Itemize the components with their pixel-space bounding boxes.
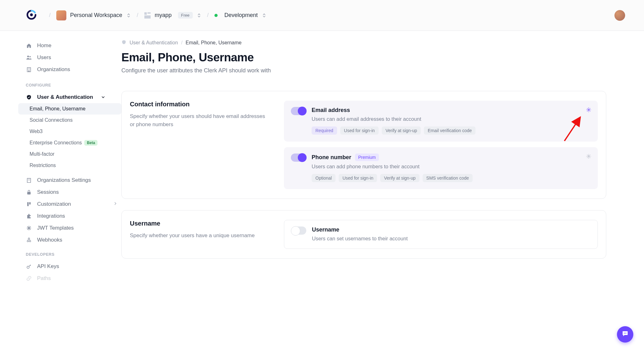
svg-point-14: [624, 333, 625, 333]
sidebar-item-paths[interactable]: Paths: [23, 272, 121, 284]
shield-icon: [121, 40, 126, 46]
sidebar-item-label: Users: [37, 54, 51, 61]
phone-toggle[interactable]: [291, 154, 306, 162]
sidebar-item-user-auth[interactable]: User & Authentication: [23, 91, 121, 103]
chip: SMS verification code: [423, 174, 473, 182]
svg-point-15: [625, 333, 625, 333]
sidebar-item-jwt[interactable]: JWT Templates: [23, 222, 121, 234]
sidebar-sub-label: Restrictions: [30, 163, 56, 168]
palette-icon: [26, 201, 32, 207]
sidebar-item-label: Sessions: [37, 189, 59, 195]
chip: Used for sign-in: [339, 174, 377, 182]
breadcrumb-sep: /: [181, 40, 182, 46]
sidebar-sub-web3[interactable]: Web3: [18, 126, 121, 137]
chip-required: Required: [312, 126, 337, 135]
app-switcher[interactable]: myapp Free: [144, 12, 202, 19]
env-switcher[interactable]: Development: [214, 12, 267, 19]
workspace-avatar: [56, 10, 66, 20]
sidebar-sub-label: Multi-factor: [30, 151, 54, 157]
sidebar-sub-enterprise[interactable]: Enterprise ConnectionsBeta: [18, 137, 121, 148]
sidebar-item-label: Customization: [37, 201, 71, 207]
svg-point-0: [30, 13, 33, 16]
email-option: Email address Users can add email addres…: [284, 101, 598, 142]
sidebar-sub-restrictions[interactable]: Restrictions: [18, 160, 121, 171]
chip: Optional: [312, 174, 336, 182]
sidebar-sub-label: Enterprise Connections: [30, 140, 82, 146]
puzzle-icon: [26, 213, 32, 219]
chevron-updown-icon: [126, 13, 131, 18]
sidebar-item-users[interactable]: Users: [23, 52, 121, 64]
sidebar-section-configure: CONFIGURE: [26, 83, 121, 87]
chat-icon: [621, 330, 629, 339]
sidebar-sub-email-phone-username[interactable]: Email, Phone, Username: [18, 103, 121, 115]
home-icon: [26, 43, 32, 48]
breadcrumb-current: Email, Phone, Username: [186, 40, 242, 46]
sidebar-item-sessions[interactable]: Sessions: [23, 186, 121, 198]
breadcrumb-sep: /: [137, 12, 138, 19]
username-toggle[interactable]: [291, 226, 306, 235]
key-icon: [26, 264, 32, 269]
svg-rect-3: [144, 15, 151, 19]
sidebar: Home Users Organizations CONFIGURE User …: [0, 31, 121, 352]
jwt-icon: [26, 225, 32, 231]
sidebar-item-webhooks[interactable]: Webhooks: [23, 234, 121, 246]
chip: Used for sign-in: [340, 126, 379, 135]
sidebar-item-org-settings[interactable]: Organizations Settings: [23, 174, 121, 186]
shield-check-icon: [26, 94, 32, 100]
sidebar-section-developers: DEVELOPERS: [26, 252, 121, 257]
card-heading: Username: [130, 220, 265, 227]
chevron-updown-icon: [262, 13, 267, 18]
phone-option: Phone number Premium Users can add phone…: [284, 147, 598, 189]
username-option: Username Users can set usernames to thei…: [284, 220, 598, 249]
app-name: myapp: [155, 12, 172, 19]
topbar: / Personal Workspace / myapp Free / Deve…: [0, 0, 644, 31]
email-toggle[interactable]: [291, 107, 306, 115]
sidebar-item-label: Organizations: [37, 66, 70, 73]
sidebar-item-label: API Keys: [37, 263, 59, 270]
webhook-icon: [26, 237, 32, 243]
breadcrumb-sep: /: [49, 12, 51, 19]
premium-badge: Premium: [355, 154, 379, 161]
chip: Email verification code: [424, 126, 475, 135]
main-content: User & Authentication / Email, Phone, Us…: [121, 31, 644, 352]
sidebar-item-label: Integrations: [37, 213, 65, 219]
email-settings-gear-icon[interactable]: [586, 107, 591, 114]
app-grid-icon: [144, 12, 151, 19]
phone-settings-gear-icon[interactable]: [586, 154, 591, 160]
email-option-title: Email address: [312, 107, 350, 114]
sidebar-item-label: User & Authentication: [37, 94, 93, 100]
sidebar-item-customization[interactable]: Customization: [23, 198, 121, 210]
users-icon: [26, 55, 32, 60]
sidebar-item-label: Organizations Settings: [37, 177, 91, 183]
env-name: Development: [225, 12, 258, 19]
page-title: Email, Phone, Username: [121, 51, 606, 64]
sidebar-item-api-keys[interactable]: API Keys: [23, 260, 121, 272]
sidebar-sub-mfa[interactable]: Multi-factor: [18, 148, 121, 160]
sidebar-item-organizations[interactable]: Organizations: [23, 64, 121, 75]
sidebar-sub-social[interactable]: Social Connections: [18, 115, 121, 126]
card-heading: Contact information: [130, 101, 265, 108]
link-icon: [26, 276, 32, 281]
user-avatar[interactable]: [614, 10, 625, 21]
sidebar-sub-label: Email, Phone, Username: [30, 106, 86, 112]
workspace-name: Personal Workspace: [70, 12, 122, 19]
breadcrumb: User & Authentication / Email, Phone, Us…: [121, 40, 606, 46]
svg-point-8: [29, 240, 31, 242]
sidebar-item-label: Home: [37, 42, 51, 49]
svg-rect-6: [27, 192, 31, 194]
sidebar-item-home[interactable]: Home: [23, 40, 121, 52]
username-card: Username Specify whether your users have…: [121, 210, 606, 259]
chevron-updown-icon: [197, 13, 202, 18]
clerk-logo-icon[interactable]: [8, 10, 43, 21]
svg-point-7: [27, 240, 29, 242]
chat-fab[interactable]: [617, 326, 633, 343]
sidebar-item-integrations[interactable]: Integrations: [23, 210, 121, 222]
phone-option-title: Phone number: [312, 154, 351, 161]
svg-point-9: [28, 238, 30, 239]
contact-info-card: Contact information Specify whether your…: [121, 91, 606, 199]
workspace-switcher[interactable]: Personal Workspace: [56, 10, 131, 20]
building-icon: [26, 177, 32, 183]
breadcrumb-link[interactable]: User & Authentication: [130, 40, 178, 46]
env-status-dot-icon: [214, 14, 218, 17]
breadcrumb-sep: /: [207, 12, 209, 19]
